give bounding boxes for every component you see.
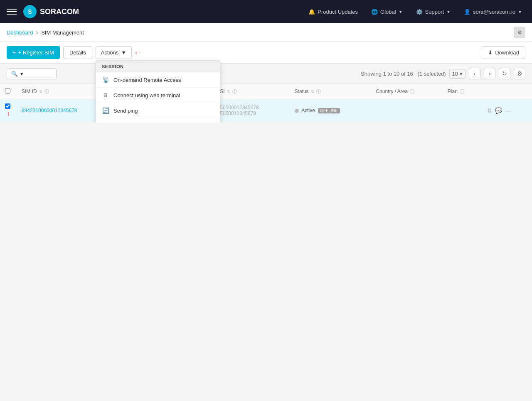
imsi-info-icon[interactable]: ⓘ	[232, 89, 237, 94]
ping-icon: 🔄	[102, 107, 109, 114]
status-info-icon[interactable]: ⓘ	[316, 89, 321, 94]
global-chevron-icon: ▼	[399, 10, 403, 14]
select-all-header[interactable]	[0, 84, 17, 99]
toolbar: + + Register SIM Details Actions ▼ ← ⬇ D…	[0, 42, 532, 64]
terminal-icon: 🖥	[102, 92, 109, 98]
search-dropdown-icon: ▾	[20, 71, 23, 77]
page-size-select[interactable]: 10 ▾	[449, 69, 466, 79]
row-more-icon[interactable]: —	[505, 107, 511, 114]
showing-label: Showing 1 to 10 of 16 (1 selected)	[361, 71, 446, 77]
actions-chevron-icon: ▼	[121, 49, 126, 56]
sim-id-sort-icon: ⇅	[39, 90, 42, 94]
row-imsi: 2950500012345678 295050012345679	[209, 99, 290, 122]
user-icon: 👤	[464, 9, 470, 15]
register-sim-button[interactable]: + + Register SIM	[7, 46, 60, 59]
support-chevron-icon: ▼	[446, 10, 451, 14]
row-checkbox-cell[interactable]: ↑	[0, 99, 17, 122]
row-status: Active OFFLINE	[290, 99, 371, 122]
dropdown-item-send-sms[interactable]: 💬 Send SMS	[96, 118, 220, 122]
breadcrumb-settings-icon[interactable]: ⚙	[514, 27, 525, 38]
session-section-header: SESSION	[96, 61, 220, 72]
extra-header	[482, 84, 532, 99]
breadcrumb: Dashboard > SIM Management ⚙	[0, 23, 532, 42]
row-plan	[443, 99, 482, 122]
pagination: Showing 1 to 10 of 16 (1 selected) 10 ▾ …	[361, 68, 525, 79]
user-nav[interactable]: 👤 sora@soracom.io ▼	[461, 7, 525, 17]
breadcrumb-current: SIM Management	[41, 30, 84, 36]
plan-header[interactable]: Plan ⓘ	[443, 84, 482, 99]
imsi-sort-icon: ⇅	[227, 90, 230, 94]
bell-icon: 🔔	[308, 9, 315, 15]
country-info-icon[interactable]: ⓘ	[410, 89, 414, 94]
actions-dropdown: SESSION 📡 On-demand Remote Access 🖥 Conn…	[96, 60, 220, 122]
sim-id-info-icon[interactable]: ⓘ	[44, 89, 49, 94]
table-row[interactable]: ↑ 89423100000012345678 89423100000012345…	[0, 99, 532, 122]
select-all-checkbox[interactable]	[5, 88, 10, 93]
column-settings-button[interactable]: ⚙	[514, 68, 525, 79]
row-message-icon[interactable]: 💬	[495, 107, 502, 114]
breadcrumb-dashboard[interactable]: Dashboard	[7, 30, 33, 36]
download-button[interactable]: ⬇ Download	[482, 46, 525, 59]
product-updates-nav[interactable]: 🔔 Product Updates	[305, 7, 361, 17]
next-page-button[interactable]: ›	[484, 68, 495, 79]
search-icon: 🔍	[11, 71, 18, 77]
sim-table: SIM ID ⇅ ⓘ ICCID ⇅ ⓘ IMSI ⇅ ⓘ Status ⇅	[0, 84, 532, 122]
support-nav[interactable]: ⚙️ Support ▼	[413, 7, 454, 17]
dropdown-item-send-ping[interactable]: 🔄 Send ping	[96, 103, 220, 118]
status-dot	[295, 109, 299, 113]
table-header-row: SIM ID ⇅ ⓘ ICCID ⇅ ⓘ IMSI ⇅ ⓘ Status ⇅	[0, 84, 532, 99]
plus-icon: +	[12, 49, 16, 56]
annotation-arrow-actions: ←	[133, 48, 143, 57]
per-page-chevron-icon: ▾	[460, 71, 463, 77]
refresh-button[interactable]: ↻	[499, 68, 510, 79]
actions-button[interactable]: Actions ▼	[96, 46, 132, 59]
support-icon: ⚙️	[416, 9, 423, 15]
globe-icon: 🌐	[371, 9, 378, 15]
dropdown-item-remote-access[interactable]: 📡 On-demand Remote Access	[96, 72, 220, 88]
row-country	[371, 99, 442, 122]
row-checkbox[interactable]	[5, 103, 10, 109]
country-area-header[interactable]: Country / Area ⓘ	[371, 84, 442, 99]
offline-badge: OFFLINE	[318, 108, 340, 113]
search-box[interactable]: 🔍 ▾	[7, 68, 57, 79]
logo-icon: S	[23, 5, 37, 18]
user-chevron-icon: ▼	[518, 10, 522, 14]
status-sort-icon: ⇅	[311, 90, 314, 94]
dropdown-item-web-terminal[interactable]: 🖥 Connect using web terminal	[96, 88, 220, 103]
prev-page-button[interactable]: ‹	[469, 68, 480, 79]
details-button[interactable]: Details	[63, 46, 92, 59]
breadcrumb-sep: >	[36, 30, 39, 36]
row-transfer-icon[interactable]: ⇅	[487, 107, 492, 114]
download-icon: ⬇	[488, 49, 493, 56]
global-nav[interactable]: 🌐 Global ▼	[368, 7, 406, 17]
logo: S SORACOM	[23, 5, 79, 18]
row-annotation-arrow: ↑	[7, 110, 10, 117]
status-header[interactable]: Status ⇅ ⓘ	[290, 84, 371, 99]
hamburger-menu[interactable]	[7, 9, 17, 15]
remote-access-icon: 📡	[102, 76, 109, 83]
row-actions: ⇅ 💬 —	[482, 99, 532, 122]
plan-info-icon[interactable]: ⓘ	[460, 89, 464, 94]
sim-table-area: SIM ID ⇅ ⓘ ICCID ⇅ ⓘ IMSI ⇅ ⓘ Status ⇅	[0, 84, 532, 122]
imsi-header[interactable]: IMSI ⇅ ⓘ	[209, 84, 290, 99]
topnav: S SORACOM 🔔 Product Updates 🌐 Global ▼ ⚙…	[0, 0, 532, 23]
table-controls: 🔍 ▾ Showing 1 to 10 of 16 (1 selected) 1…	[0, 64, 532, 84]
